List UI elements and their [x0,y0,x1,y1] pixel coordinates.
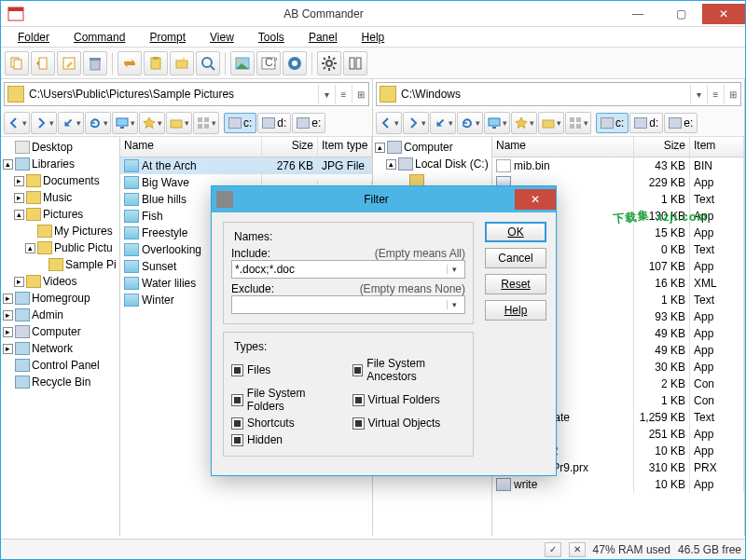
status-cancel-icon[interactable]: ✕ [569,542,586,557]
tree-item[interactable]: Recycle Bin [3,374,117,390]
right-expand-icon[interactable]: ⊞ [724,85,740,103]
tree-item[interactable]: ▴Libraries [3,156,117,172]
type-checkbox[interactable]: File System Folders [231,387,345,413]
tree-item[interactable]: ▸Music [3,189,117,206]
left-dropdown-icon[interactable]: ▾ [318,85,335,103]
list-item[interactable]: mib.bin43 KBBIN [492,157,744,174]
tree-item[interactable]: ▸Network [3,340,117,357]
new-folder-icon[interactable] [170,51,194,75]
right-path-input[interactable] [399,86,690,102]
rename-icon[interactable] [57,51,81,75]
left-drive-d[interactable]: d: [257,113,291,133]
up-icon[interactable]: ▾ [430,112,456,134]
layout-icon[interactable] [343,51,367,75]
right-dropdown-icon[interactable]: ▾ [690,85,707,103]
tree-item[interactable]: ▴Local Disk (C:) [375,156,490,172]
ok-button[interactable]: OK [485,222,546,242]
refresh-icon[interactable]: ▾ [457,112,483,134]
right-drive-e[interactable]: e: [664,113,698,133]
tree-item[interactable]: Desktop [3,139,117,156]
search-icon[interactable] [196,51,220,75]
up-icon[interactable]: ▾ [58,112,84,134]
view-icon[interactable]: ▾ [565,112,591,134]
clipboard-icon[interactable] [144,51,168,75]
tree-item[interactable]: Sample Pi [3,256,117,273]
settings-icon[interactable] [317,51,341,75]
right-drive-d[interactable]: d: [629,113,663,133]
type-checkbox[interactable]: Files [231,357,345,383]
status-confirm-icon[interactable]: ✓ [545,542,561,557]
list-item[interactable]: At the Arch276 KBJPG File [120,157,372,174]
menu-tools[interactable]: Tools [247,29,296,46]
tree-item[interactable]: ▴Pictures [3,206,117,223]
filter-icon [216,191,233,208]
tree-item[interactable]: ▸Videos [3,273,117,290]
view-icon[interactable]: ▾ [193,112,219,134]
tree-item[interactable]: ▸Admin [3,307,117,323]
tree-item[interactable]: My Pictures [3,223,117,239]
menu-command[interactable]: Command [62,29,136,46]
tree-item[interactable]: Control Panel [3,357,117,374]
left-drive-c[interactable]: c: [224,113,256,133]
tree-item[interactable]: ▸Documents [3,172,117,189]
col-type[interactable]: Item [690,137,744,157]
folder-tool-icon[interactable]: ▾ [166,112,192,134]
col-size[interactable]: Size [262,137,318,157]
include-input[interactable]: *.docx;*.doc▾ [231,260,465,279]
left-expand-icon[interactable]: ⊞ [352,85,368,103]
type-checkbox[interactable]: Virtual Objects [352,417,466,430]
type-checkbox[interactable]: Shortcuts [231,417,345,430]
type-checkbox[interactable]: Hidden [231,433,345,446]
list-item[interactable]: write10 KBApp [492,476,744,493]
menu-panel[interactable]: Panel [297,29,349,46]
maximize-button[interactable]: ▢ [659,4,702,24]
left-tree[interactable]: Desktop▴Libraries▸Documents▸Music▴Pictur… [1,137,120,536]
reset-button[interactable]: Reset [485,274,546,294]
close-button[interactable]: ✕ [702,4,745,24]
refresh-icon[interactable]: ▾ [85,112,111,134]
svg-rect-29 [356,58,361,69]
left-menu-icon[interactable]: ≡ [335,85,352,103]
col-type[interactable]: Item type [318,137,372,157]
sync-icon[interactable] [117,51,142,75]
col-name[interactable]: Name [120,137,262,157]
tree-item[interactable]: ▸Computer [3,323,117,340]
folder-tool-icon[interactable]: ▾ [538,112,564,134]
menu-prompt[interactable]: Prompt [138,29,197,46]
tree-item[interactable]: ▸Homegroup [3,290,117,307]
col-size[interactable]: Size [634,137,690,157]
back-icon[interactable]: ▾ [376,112,402,134]
type-checkbox[interactable]: File System Ancestors [352,357,466,383]
terminal-icon[interactable]: C:\ [256,51,281,75]
tree-item[interactable]: ▴Public Pictu [3,239,117,256]
favorites-icon[interactable]: ▾ [511,112,537,134]
copy-icon[interactable] [5,51,29,75]
menu-view[interactable]: View [199,29,245,46]
menu-help[interactable]: Help [351,29,396,46]
forward-icon[interactable]: ▾ [403,112,429,134]
favorites-icon[interactable]: ▾ [139,112,165,134]
tree-item[interactable]: ▴Computer [375,139,490,156]
delete-icon[interactable] [83,51,107,75]
help-button[interactable]: Help [485,300,546,321]
menu-folder[interactable]: Folder [7,29,61,46]
col-name[interactable]: Name [492,137,634,157]
minimize-button[interactable]: — [616,4,659,24]
image-icon[interactable] [230,51,255,75]
back-icon[interactable]: ▾ [4,112,30,134]
left-drive-e[interactable]: e: [292,113,325,133]
monitor-icon[interactable]: ▾ [112,112,138,134]
move-icon[interactable] [31,51,55,75]
dialog-close-button[interactable]: ✕ [515,189,556,210]
right-drive-c[interactable]: c: [596,113,629,133]
type-checkbox[interactable]: Virtual Folders [352,387,466,413]
monitor-icon[interactable]: ▾ [484,112,510,134]
forward-icon[interactable]: ▾ [31,112,57,134]
left-path-input[interactable] [27,86,318,102]
right-menu-icon[interactable]: ≡ [707,85,724,103]
svg-rect-6 [90,60,100,70]
hex-icon[interactable] [283,51,307,75]
cancel-button[interactable]: Cancel [485,248,546,268]
exclude-input[interactable]: ▾ [231,295,465,314]
svg-point-11 [202,58,212,67]
